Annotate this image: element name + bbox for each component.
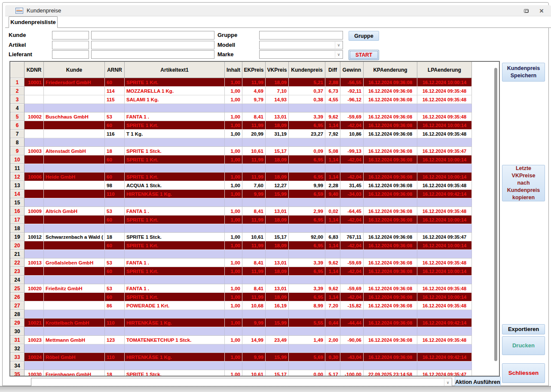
- cell-artikeltext1[interactable]: SPRITE 1 Krt.: [125, 241, 225, 250]
- cell-kunde[interactable]: Altenstadt GmbH: [44, 147, 105, 155]
- cell-arnr[interactable]: 86: [105, 301, 125, 310]
- cell-lpaenderung[interactable]: 16.12.2024 10:00:14: [417, 121, 472, 130]
- table-row[interactable]: 1398ACQUA 1 Stck.1,007,6012,279,992,2831…: [10, 181, 499, 190]
- cell-lpaenderung[interactable]: 16.12.2024 09:35:48: [417, 301, 472, 310]
- column-header-vkpreis[interactable]: VKPreis: [266, 62, 289, 78]
- cell-kundenpreis[interactable]: 5,55: [289, 319, 325, 327]
- table-row[interactable]: 3310024Röbel GmbH110HIRTENKÄSE 1 Kg.1,00…: [10, 353, 499, 362]
- cell-kunde[interactable]: Friedersdorf GmbH: [44, 78, 105, 87]
- cell-kunde[interactable]: [44, 121, 105, 130]
- cell-gewinn[interactable]: -34,03: [340, 190, 364, 198]
- cell-diff[interactable]: 5,08: [325, 147, 340, 155]
- cell-kpaenderung[interactable]: 16.12.2024 09:36:08: [364, 207, 417, 216]
- cell-kdnr[interactable]: 10023: [24, 336, 44, 344]
- cell-kunde[interactable]: Altrich GmbH: [44, 207, 105, 216]
- row-number[interactable]: 4: [10, 104, 24, 112]
- table-row[interactable]: 3510030Freienhagen GmbH18SPRITE 1 Stck.1…: [10, 370, 499, 377]
- table-row[interactable]: 30: [10, 327, 499, 336]
- save-kundenpreis-button[interactable]: Kundenpreis Speichern: [502, 63, 545, 82]
- cell-artikeltext1[interactable]: SPRITE 1 Krt.: [125, 293, 225, 301]
- cell-inhalt[interactable]: 1,00: [225, 353, 242, 362]
- cell-kunde[interactable]: Buschhaus GmbH: [44, 112, 105, 121]
- cell-artikeltext1[interactable]: SALAMI 1 Kg.: [125, 95, 225, 104]
- row-number[interactable]: 3: [10, 95, 24, 104]
- cell-inhalt[interactable]: 1,00: [225, 155, 242, 164]
- row-number[interactable]: 21: [10, 250, 24, 258]
- table-row[interactable]: 3110023Mettmann GmbH123TOMATENKETCHUP 1 …: [10, 336, 499, 344]
- table-row[interactable]: 4: [10, 104, 499, 112]
- close-window-button[interactable]: ✕: [536, 7, 548, 15]
- cell-kpaenderung[interactable]: 16.12.2024 09:36:08: [364, 293, 417, 301]
- cell-gewinn[interactable]: -15,82: [340, 301, 364, 310]
- cell-kdnr[interactable]: [24, 87, 44, 95]
- cell-arnr[interactable]: 110: [105, 190, 125, 198]
- column-header-kundenpreis[interactable]: Kundenpreis: [289, 62, 325, 78]
- cell-ekpreis[interactable]: 11,99: [242, 241, 266, 250]
- cell-kpaenderung[interactable]: 16.12.2024 09:36:08: [364, 181, 417, 190]
- cell-inhalt[interactable]: 1,00: [225, 336, 242, 344]
- cell-vkpreis[interactable]: 15,17: [266, 370, 289, 377]
- cell-gewinn[interactable]: -100,00: [340, 370, 364, 377]
- table-row[interactable]: 11: [10, 164, 499, 173]
- cell-kdnr[interactable]: [24, 130, 44, 138]
- cell-kunde[interactable]: [44, 130, 105, 138]
- cell-ekpreis[interactable]: 8,41: [242, 207, 266, 216]
- cell-inhalt[interactable]: 1,00: [225, 284, 242, 293]
- column-header-artikeltext1[interactable]: Artikeltext1: [125, 62, 225, 78]
- cell-inhalt[interactable]: 1,00: [225, 301, 242, 310]
- cell-inhalt[interactable]: 1,00: [225, 233, 242, 241]
- table-row[interactable]: 1760SPRITE 1 Krt.1,0011,9918,096,951,14-…: [10, 216, 499, 224]
- cell-gewinn[interactable]: -43,04: [340, 353, 364, 362]
- cell-vkpreis[interactable]: 18,09: [266, 216, 289, 224]
- cell-kunde[interactable]: Schwarzenbach a Wald (: [44, 233, 105, 241]
- cell-kpaenderung[interactable]: 16.12.2024 09:36:08: [364, 147, 417, 155]
- cell-inhalt[interactable]: 1,00: [225, 173, 242, 181]
- row-number[interactable]: 27: [10, 301, 24, 310]
- row-number[interactable]: 10: [10, 155, 24, 164]
- column-header-kdnr[interactable]: KDNR: [24, 62, 44, 78]
- cell-kpaenderung[interactable]: 16.12.2024 09:36:08: [364, 155, 417, 164]
- cell-lpaenderung[interactable]: 16.12.2024 09:42:14: [417, 319, 472, 327]
- cell-artikeltext1[interactable]: FANTA 1 .: [125, 207, 225, 216]
- cell-kundenpreis[interactable]: 6,95: [289, 173, 325, 181]
- table-row[interactable]: 28: [10, 310, 499, 319]
- cell-kdnr[interactable]: 10001: [24, 78, 44, 87]
- cell-gewinn[interactable]: -42,04: [340, 241, 364, 250]
- cell-vkpreis[interactable]: 18,09: [266, 173, 289, 181]
- cell-artikeltext1[interactable]: MOZZARELLA 1 Kg.: [125, 87, 225, 95]
- cell-lpaenderung[interactable]: 16.12.2024 09:35:48: [417, 112, 472, 121]
- cell-kundenpreis[interactable]: 0,00: [289, 370, 325, 377]
- cell-arnr[interactable]: 60: [105, 78, 125, 87]
- cell-artikeltext1[interactable]: SPRITE 1 Krt.: [125, 267, 225, 276]
- cell-kpaenderung[interactable]: 16.12.2024 09:36:08: [364, 173, 417, 181]
- row-number[interactable]: 31: [10, 336, 24, 344]
- export-button[interactable]: Exportieren: [502, 324, 545, 334]
- cell-gewinn[interactable]: -59,69: [340, 284, 364, 293]
- cell-kpaenderung[interactable]: 22.09.2025 23:14:58: [364, 370, 417, 377]
- cell-lpaenderung[interactable]: 16.12.2024 10:00:14: [417, 267, 472, 276]
- cell-diff[interactable]: 6,73: [325, 87, 340, 95]
- cell-arnr[interactable]: 60: [105, 173, 125, 181]
- cell-artikeltext1[interactable]: POWERADE 1 Krt.: [125, 301, 225, 310]
- table-row[interactable]: 2060SPRITE 1 Krt.1,0011,9918,096,951,14-…: [10, 241, 499, 250]
- cell-artikeltext1[interactable]: FANTA 1 .: [125, 284, 225, 293]
- cell-kpaenderung[interactable]: 16.12.2024 09:36:08: [364, 78, 417, 87]
- cell-arnr[interactable]: 110: [105, 353, 125, 362]
- row-number[interactable]: 30: [10, 327, 24, 336]
- cell-kunde[interactable]: Großalsleben GmbH: [44, 258, 105, 267]
- cell-diff[interactable]: 9,62: [325, 112, 340, 121]
- cell-artikeltext1[interactable]: T 1 Kg.: [125, 130, 225, 138]
- cell-artikeltext1[interactable]: HIRTENKÄSE 1 Kg.: [125, 353, 225, 362]
- cell-kundenpreis[interactable]: 6,59: [289, 190, 325, 198]
- cell-vkpreis[interactable]: 18,09: [266, 241, 289, 250]
- cell-vkpreis[interactable]: 13,01: [266, 258, 289, 267]
- cell-kunde[interactable]: Mettmann GmbH: [44, 336, 105, 344]
- cell-kunde[interactable]: Frießnitz GmbH: [44, 284, 105, 293]
- vertical-scrollbar-thumb[interactable]: [494, 68, 497, 361]
- row-number[interactable]: 13: [10, 181, 24, 190]
- cell-kdnr[interactable]: 10013: [24, 258, 44, 267]
- copy-vkpreise-button[interactable]: Letzte VKPreise nach Kundenpreis kopiere…: [502, 165, 545, 201]
- cell-inhalt[interactable]: 1,00: [225, 130, 242, 138]
- table-row[interactable]: 34: [10, 362, 499, 370]
- table-row[interactable]: 2360SPRITE 1 Krt.1,0011,9918,096,951,14-…: [10, 267, 499, 276]
